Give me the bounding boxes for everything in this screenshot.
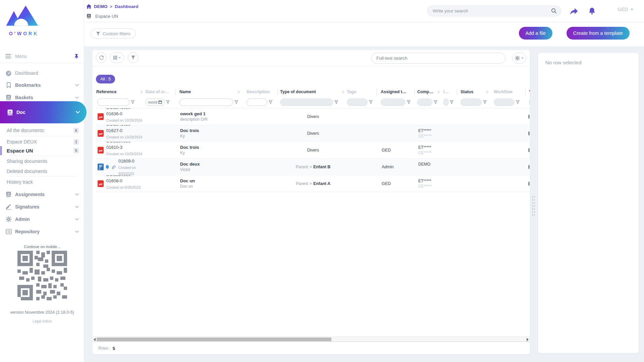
funnel-icon[interactable] [234,100,238,104]
column-header-description[interactable]: Description [241,88,278,95]
sidebar-subitem-espace-un[interactable]: Espace UN 5 [0,145,84,156]
clipped-cell-fragment [529,115,530,118]
chevron-down-icon [75,218,79,221]
user-menu[interactable]: GED [618,7,633,12]
table-settings-button[interactable] [512,53,526,64]
sidebar-item-dashboard[interactable]: Dashboard [0,67,84,79]
funnel-icon[interactable] [483,100,487,104]
refresh-button[interactable] [96,52,107,63]
funnel-icon[interactable] [131,100,135,104]
share-button[interactable] [569,7,578,15]
fulltext-search-input[interactable] [376,56,500,61]
column-header-reference[interactable]: Reference [96,88,144,95]
column-header-workflow[interactable]: Workflow [490,88,526,95]
filter-input-description[interactable] [247,99,267,106]
column-header-comp[interactable]: Comp… [415,88,441,95]
company-line1: ET***** [418,128,441,134]
create-from-template-button[interactable]: Create from a template [567,27,630,40]
all-filter-chip[interactable]: All : 5 [96,75,115,83]
legal-notice-link[interactable]: Legal notice [0,319,84,323]
divider [9,136,76,136]
table-row[interactable]: w DOC230926-01609-0Created on 9/26/2023 … [96,159,530,175]
type-separator: > [310,165,312,169]
menu-toggle[interactable]: Menu [0,50,84,63]
funnel-icon[interactable] [407,100,411,104]
scrollbar-thumb[interactable] [97,338,331,341]
funnel-icon[interactable] [434,100,437,104]
funnel-icon[interactable] [516,100,520,104]
scroll-right-arrow[interactable] [527,338,529,341]
refresh-icon [99,55,104,60]
home-icon[interactable] [86,4,92,9]
column-header-status[interactable]: Status [457,88,490,95]
notifications-button[interactable] [587,7,597,15]
sidebar-subitem-all-documents[interactable]: All the documents 6 [0,125,84,135]
custom-filters-button[interactable]: Custom filters [91,28,136,39]
document-reference: DOC230926-01609-0 [118,159,144,164]
document-name: Doc deux [180,161,241,167]
funnel-icon[interactable] [450,100,453,104]
mountain-logo-icon [5,5,39,30]
filter-date-input[interactable]: mm/d [145,99,165,106]
sidebar-item-label: Doc [16,110,76,115]
assigned-to: GED [382,181,415,186]
user-menu-label: GED [618,7,628,12]
column-header-tags[interactable]: Tags [345,88,377,95]
filters-button[interactable] [128,52,139,63]
clipped-cell-fragment [529,182,530,185]
breadcrumb-site[interactable]: DEMO [94,4,108,9]
sidebar-item-label: Signatures [15,204,75,209]
pdf-file-icon: pdf [98,147,104,154]
global-search-input[interactable] [433,8,551,13]
funnel-icon[interactable] [334,100,338,104]
funnel-icon[interactable] [166,100,170,104]
table-row[interactable]: pdf DOC241029-01627-0Created on 10/29/20… [96,125,530,142]
column-header-assigned[interactable]: Assigned t… [377,88,415,95]
sidebar-item-assignments[interactable]: Assignments [0,188,84,200]
sidebar-item-label: Dashboard [15,70,79,76]
table-filter-row: mm/d [96,96,530,108]
scroll-left-arrow[interactable] [94,338,96,341]
panel-resize-handle[interactable] [532,195,535,216]
table-row[interactable]: pdf DOC230926-01610-3Created on 10/29/20… [96,142,530,159]
column-header-info[interactable]: I… [441,88,457,95]
sidebar-item-doc-active[interactable]: Doc [0,101,87,123]
column-header-y[interactable]: Y… [526,88,530,95]
column-header-date[interactable]: Date of cr… [144,88,175,95]
app-logo[interactable]: O'WORK [5,5,42,36]
table-footer: Rows : 5 [92,342,530,354]
gear-icon [515,56,520,61]
hamburger-icon [5,54,11,58]
funnel-icon[interactable] [269,100,272,104]
sidebar-subitem-deleted-documents[interactable]: Deleted documents [0,166,84,176]
add-file-button[interactable]: Add a file [519,27,552,40]
assigned-to: GED [382,148,415,153]
columns-button[interactable] [110,52,124,63]
table-row[interactable]: pdf DOC241029-01636-0Created on 10/29/20… [96,108,530,125]
document-type-parent: Parent [296,181,308,186]
filter-input-type-disabled [280,99,333,106]
sidebar-item-signatures[interactable]: Signatures [0,201,84,213]
funnel-icon[interactable] [369,100,373,104]
column-header-name[interactable]: Name [175,88,241,95]
caret-down-icon [522,58,524,59]
horizontal-scrollbar[interactable] [92,337,530,342]
breadcrumb-page[interactable]: Dashboard [115,4,139,9]
table-row[interactable]: pdf DOC230926-01608-0Created on 9/26/202… [96,175,530,192]
current-space: Espace UN [87,13,118,19]
sidebar-item-bookmarks[interactable]: Bookmarks [0,79,84,91]
sidebar-item-admin[interactable]: Admin [0,213,84,225]
search-icon[interactable] [551,8,557,14]
company-line1: ET***** [418,178,441,184]
sidebar-subitem-history-track[interactable]: History track [0,177,84,187]
pin-icon[interactable] [74,54,79,59]
sidebar-subitem-sharing-documents[interactable]: Sharing documents [0,156,84,166]
sidebar-item-repository[interactable]: Repository [0,226,84,238]
alert-bell-icon [105,165,110,170]
column-header-type[interactable]: Type of document [278,88,345,95]
filter-input-name[interactable] [179,99,233,106]
filter-input-reference[interactable] [97,99,129,106]
mobile-hint-text: Continue on mobile... [0,245,84,249]
sidebar: O'WORK Menu Dashboard Bookmarks Baskets [0,0,84,362]
book-icon [5,95,12,101]
